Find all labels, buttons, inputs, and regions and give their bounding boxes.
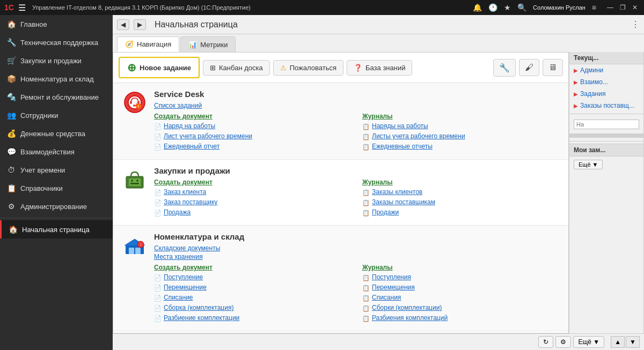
- create-header-service-desk[interactable]: Создать документ: [154, 113, 352, 120]
- sidebar-item-time[interactable]: ⏱Учет времени: [0, 161, 113, 179]
- sidebar-item-nomenclature[interactable]: 📦Номенклатура и склад: [0, 70, 113, 88]
- journal-icon: 📋: [362, 315, 370, 322]
- journal-link[interactable]: Поступления: [372, 273, 411, 281]
- nav-up-button[interactable]: ▲: [611, 336, 625, 348]
- sidebar-item-reference[interactable]: 📋Справочники: [0, 179, 113, 197]
- bottom-settings-button[interactable]: ⚙: [555, 336, 571, 348]
- star-icon[interactable]: ★: [504, 3, 511, 12]
- kanban-button[interactable]: ⊞ Канбан доска: [203, 60, 270, 76]
- right-panel-item-label: Заказы поставщ...: [580, 102, 634, 109]
- create-column-nomenclature-warehouse: Создать документ 📄Поступление📄Перемещени…: [154, 264, 352, 324]
- create-link[interactable]: Заказ клиента: [164, 188, 206, 196]
- create-header-nomenclature-warehouse[interactable]: Создать документ: [154, 264, 352, 271]
- journals-column-purchases-sales: Журналы 📋Заказы клиентов📋Заказы поставщи…: [362, 178, 560, 219]
- eshche-button[interactable]: Ещё ▼: [574, 160, 603, 169]
- new-task-button[interactable]: ⊕ Новое задание: [119, 57, 200, 78]
- create-link[interactable]: Разбиение комплектации: [164, 314, 239, 322]
- create-link[interactable]: Лист учета рабочего времени: [164, 132, 252, 140]
- create-link[interactable]: Ежедневный отчет: [164, 143, 219, 150]
- right-panel-item-label: Задания: [580, 90, 605, 98]
- right-panel-item-label: Админи: [580, 66, 603, 74]
- paint-button[interactable]: 🖌: [519, 59, 539, 76]
- topbar-more-icon[interactable]: ⋮: [631, 19, 640, 29]
- history-icon[interactable]: 🕐: [488, 3, 497, 12]
- knowledge-button[interactable]: ❓ База знаний: [347, 60, 413, 76]
- settings-icon[interactable]: ≡: [592, 3, 596, 12]
- sidebar-label-home: Главное: [20, 20, 47, 28]
- right-panel-item[interactable]: ▶Админи: [569, 64, 643, 76]
- journal-link[interactable]: Листы учета рабочего времени: [372, 132, 465, 140]
- sidebar-item-support[interactable]: 🔧Техническая поддержка: [0, 33, 113, 51]
- minimize-button[interactable]: —: [605, 4, 616, 11]
- complaint-button[interactable]: ⚠ Пожаловаться: [273, 60, 343, 76]
- sidebar-item-money[interactable]: 💰Денежные средства: [0, 124, 113, 143]
- journal-link[interactable]: Продажи: [372, 208, 399, 216]
- journal-link[interactable]: Заказы поставщикам: [372, 198, 435, 206]
- create-header-purchases-sales[interactable]: Создать документ: [154, 178, 352, 186]
- section-content-nomenclature-warehouse: Создать документ 📄Поступление📄Перемещени…: [154, 264, 560, 324]
- section-quick-link[interactable]: Места хранения: [154, 253, 560, 260]
- sidebar-label-time: Учет времени: [20, 166, 65, 174]
- journals-header-nomenclature-warehouse[interactable]: Журналы: [362, 264, 560, 271]
- create-link[interactable]: Заказ поставщику: [164, 198, 217, 206]
- journal-icon: 📋: [362, 123, 370, 130]
- section-quick-link[interactable]: Список заданий: [154, 102, 560, 109]
- create-link[interactable]: Перемещение: [164, 284, 207, 291]
- right-panel-item[interactable]: ▶Задания: [569, 88, 643, 100]
- journal-link[interactable]: Заказы клиентов: [372, 188, 422, 196]
- search-icon[interactable]: 🔍: [517, 3, 526, 12]
- right-panel-search-input[interactable]: [574, 120, 639, 129]
- sidebar-item-purchases[interactable]: 🛒Закупки и продажи: [0, 51, 113, 70]
- right-panel-item[interactable]: ▶Заказы поставщ...: [569, 100, 643, 111]
- tab-metrics[interactable]: 📊 Метрики: [180, 36, 236, 52]
- create-link[interactable]: Поступление: [164, 273, 203, 281]
- right-panel-scrollbar[interactable]: [569, 133, 643, 138]
- create-link[interactable]: Наряд на работы: [164, 122, 215, 130]
- tab-navigation[interactable]: 🧭 Навигация: [117, 36, 179, 52]
- sidebar-item-home[interactable]: 🏠Главное: [0, 15, 113, 33]
- create-link[interactable]: Сборка (комплектация): [164, 304, 233, 311]
- tool-button[interactable]: 🔧: [493, 59, 516, 77]
- right-panel: Текущ... ▶Админи▶Взаимо...▶Задания▶Заказ…: [569, 52, 644, 333]
- journal-link[interactable]: Ежедневные отчеты: [372, 143, 433, 150]
- nav-down-button[interactable]: ▼: [626, 336, 640, 348]
- navigation-tab-icon: 🧭: [125, 40, 134, 48]
- more-button[interactable]: Ещё ▼: [573, 336, 604, 348]
- create-link[interactable]: Списание: [164, 294, 193, 301]
- section-body-service-desk: Service Desk Список заданий Создать доку…: [154, 90, 560, 153]
- journal-link[interactable]: Разбиения комплектаций: [372, 314, 448, 322]
- journal-link[interactable]: Списания: [372, 294, 401, 301]
- right-panel-current-header: Текущ...: [569, 52, 643, 64]
- doc-icon: 📄: [154, 123, 162, 130]
- complaint-label: Пожаловаться: [290, 64, 336, 72]
- purchases-icon: 🛒: [6, 56, 16, 65]
- menu-icon[interactable]: ☰: [18, 3, 26, 13]
- monitor-button[interactable]: 🖥: [543, 59, 563, 76]
- journal-link[interactable]: Перемещения: [372, 284, 415, 291]
- section-quick-link[interactable]: Складские документы: [154, 244, 560, 252]
- restore-button[interactable]: ❐: [618, 4, 628, 11]
- window-controls: — ❐ ✕: [605, 4, 640, 11]
- journal-link[interactable]: Наряды на работы: [372, 122, 428, 130]
- forward-button[interactable]: ▶: [134, 19, 146, 30]
- back-button[interactable]: ◀: [117, 19, 129, 30]
- create-link[interactable]: Продажа: [164, 208, 191, 216]
- sidebar-item-home-page[interactable]: 🏠 Начальная страница: [0, 220, 113, 239]
- journals-header-service-desk[interactable]: Журналы: [362, 113, 560, 120]
- sidebar-item-employees[interactable]: 👥Сотрудники: [0, 106, 113, 124]
- metrics-tab-label: Метрики: [200, 41, 228, 49]
- bell-icon[interactable]: 🔔: [473, 3, 482, 12]
- svg-text:!: !: [138, 105, 139, 108]
- close-button[interactable]: ✕: [630, 4, 640, 11]
- sidebar-item-repair[interactable]: 🔩Ремонт и обслуживание: [0, 88, 113, 106]
- journal-icon: 📋: [362, 210, 370, 217]
- right-panel-search: [574, 120, 639, 129]
- sidebar-item-admin[interactable]: ⚙Администрирование: [0, 197, 113, 215]
- sidebar-label-interactions: Взаимодействия: [20, 148, 75, 156]
- section-quick-links-service-desk: Список заданий: [154, 102, 560, 109]
- journal-link[interactable]: Сборки (комплектации): [372, 304, 442, 311]
- right-panel-item[interactable]: ▶Взаимо...: [569, 76, 643, 88]
- journals-header-purchases-sales[interactable]: Журналы: [362, 178, 560, 186]
- sidebar-item-interactions[interactable]: 💬Взаимодействия: [0, 143, 113, 161]
- refresh-button[interactable]: ↻: [538, 336, 553, 348]
